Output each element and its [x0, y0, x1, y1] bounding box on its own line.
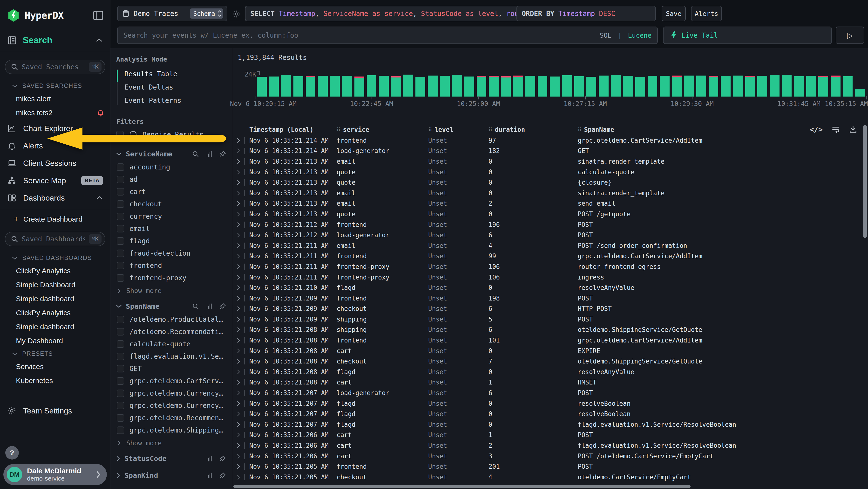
row-expander[interactable] [232, 190, 249, 196]
filter-checkbox-row[interactable]: grpc.oteldemo.CartServi… [116, 375, 227, 387]
histogram-bar[interactable] [379, 76, 389, 96]
histogram-bar[interactable] [672, 76, 682, 96]
checkbox[interactable] [117, 274, 124, 282]
saved-search-item[interactable]: mikes tets2 [0, 106, 110, 120]
histogram-bar[interactable] [721, 76, 731, 96]
analysis-mode-option[interactable]: Event Patterns [118, 94, 227, 107]
table-row[interactable]: Nov 6 10:35:21.213 AMquoteUnset0calculat… [232, 167, 868, 177]
row-expander[interactable] [232, 158, 249, 165]
bar-chart-icon[interactable] [206, 303, 213, 310]
histogram-bar[interactable] [770, 75, 779, 96]
histogram-bar[interactable] [415, 77, 425, 96]
row-expander[interactable] [232, 432, 249, 438]
event-search-input[interactable] [123, 31, 595, 39]
sidebar-item-search[interactable]: Search [0, 29, 110, 52]
sidebar-item-team-settings[interactable]: Team Settings [0, 402, 110, 420]
table-row[interactable]: Nov 6 10:35:21.207 AMflagdUnset0flagd.ev… [232, 419, 868, 430]
table-row[interactable]: Nov 6 10:35:21.206 AMcartUnset3POST /ote… [232, 451, 868, 461]
checkbox[interactable] [117, 328, 124, 336]
column-header-duration[interactable]: ⠿duration [489, 126, 578, 133]
row-expander[interactable] [232, 442, 249, 449]
row-expander[interactable] [232, 137, 249, 144]
table-row[interactable]: Nov 6 10:35:21.208 AMcheckoutUnset7oteld… [232, 356, 868, 367]
checkbox[interactable] [117, 353, 124, 360]
mode-lucene-toggle[interactable]: Lucene [628, 32, 651, 39]
table-row[interactable]: Nov 6 10:35:21.208 AMcartUnset1HMSET [232, 377, 868, 388]
saved-dashboards-input[interactable] [22, 235, 85, 243]
histogram-bar[interactable] [586, 77, 596, 96]
histogram-bar[interactable] [306, 76, 316, 96]
checkbox[interactable] [117, 164, 124, 171]
checkbox[interactable] [117, 427, 124, 434]
filter-checkbox-row[interactable]: frontend-proxy [116, 272, 227, 284]
filter-checkbox-row[interactable]: calculate-quote [116, 338, 227, 350]
histogram-bar[interactable] [489, 76, 499, 96]
row-expander[interactable] [232, 222, 249, 228]
histogram-bar[interactable] [550, 77, 560, 96]
column-header-service[interactable]: ⠿service [337, 126, 428, 133]
table-row[interactable]: Nov 6 10:35:21.207 AMload-generatorUnset… [232, 387, 868, 398]
table-row[interactable]: Nov 6 10:35:21.212 AMfrontendUnset196POS… [232, 220, 868, 230]
filter-checkbox-row[interactable]: grpc.oteldemo.CurrencyS… [116, 387, 227, 399]
table-row[interactable]: Nov 6 10:35:21.209 AMshippingUnset5POST [232, 314, 868, 325]
histogram-bar[interactable] [403, 75, 413, 96]
table-row[interactable]: Nov 6 10:35:21.209 AMfrontendUnset198POS… [232, 293, 868, 304]
checkbox[interactable] [117, 262, 124, 269]
histogram-bar[interactable] [257, 77, 267, 96]
analysis-mode-option[interactable]: Event Deltas [118, 81, 227, 94]
saved-searches-searchbox[interactable]: ⌘K [5, 60, 105, 74]
horizontal-scrollbar[interactable] [234, 485, 690, 488]
row-expander[interactable] [232, 285, 249, 291]
row-expander[interactable] [232, 253, 249, 259]
table-row[interactable]: Nov 6 10:35:21.211 AMfrontend-proxyUnset… [232, 261, 868, 272]
show-more-spanname[interactable]: Show more [115, 436, 227, 449]
checkbox[interactable] [117, 176, 124, 183]
create-dashboard-button[interactable]: + Create Dashboard [0, 209, 110, 226]
pin-icon[interactable] [219, 303, 226, 310]
chevron-up-icon[interactable] [96, 38, 103, 43]
saved-dashboard-item[interactable]: ClickPy Analytics [0, 264, 110, 278]
help-button[interactable]: ? [5, 446, 19, 460]
histogram-bar[interactable] [501, 76, 511, 96]
table-row[interactable]: Nov 6 10:35:21.213 AMemailUnset0sinatra.… [232, 188, 868, 198]
sidebar-item-service-map[interactable]: Service Map BETA [0, 172, 110, 189]
histogram-bar[interactable] [281, 75, 291, 96]
row-expander[interactable] [232, 179, 249, 185]
checkbox[interactable] [117, 414, 124, 422]
checkbox[interactable] [117, 213, 124, 220]
sidebar-item-client-sessions[interactable]: Client Sessions [0, 154, 110, 172]
column-header-level[interactable]: ⠿level [428, 126, 489, 133]
table-row[interactable]: Nov 6 10:35:21.211 AMfrontendUnset99grpc… [232, 251, 868, 262]
histogram-bar[interactable] [794, 76, 804, 96]
checkbox[interactable] [117, 390, 124, 397]
saved-dashboard-item[interactable]: Simple dashboard [0, 292, 110, 306]
filter-checkbox-row[interactable]: email [116, 223, 227, 235]
histogram-bar[interactable] [538, 76, 548, 96]
row-expander[interactable] [232, 200, 249, 207]
table-row[interactable]: Nov 6 10:35:21.211 AMfrontend-proxyUnset… [232, 272, 868, 283]
histogram-bar[interactable] [452, 75, 462, 96]
filter-checkbox-row[interactable]: flagd [116, 235, 227, 247]
filter-checkbox-row[interactable]: flagd.evaluation.v1.Ser… [116, 350, 227, 363]
saved-dashboard-item[interactable]: Simple Dashboard [0, 278, 110, 292]
checkbox[interactable] [117, 377, 124, 385]
row-expander[interactable] [232, 422, 249, 428]
histogram-bar[interactable] [684, 76, 694, 96]
table-row[interactable]: Nov 6 10:35:21.208 AMflagdUnset0resolveA… [232, 367, 868, 377]
table-row[interactable]: Nov 6 10:35:21.206 AMcartUnset2flagd.eva… [232, 440, 868, 451]
column-header-timestamp[interactable]: Timestamp (Local) [249, 126, 337, 133]
table-row[interactable]: Nov 6 10:35:21.214 AMload-generatorUnset… [232, 146, 868, 156]
saved-search-item[interactable]: mikes alert [0, 92, 110, 106]
histogram-bar[interactable] [525, 76, 535, 96]
row-expander[interactable] [232, 211, 249, 217]
histogram-bar[interactable] [391, 76, 401, 96]
row-expander[interactable] [232, 400, 249, 407]
histogram-bar[interactable] [428, 76, 438, 96]
row-expander[interactable] [232, 148, 249, 154]
analysis-mode-option[interactable]: Results Table [118, 67, 227, 81]
histogram-bar[interactable] [733, 76, 743, 96]
row-expander[interactable] [232, 264, 249, 270]
vertical-scrollbar[interactable] [863, 125, 867, 238]
histogram-bar[interactable] [855, 89, 865, 96]
bar-chart-icon[interactable] [206, 455, 213, 462]
